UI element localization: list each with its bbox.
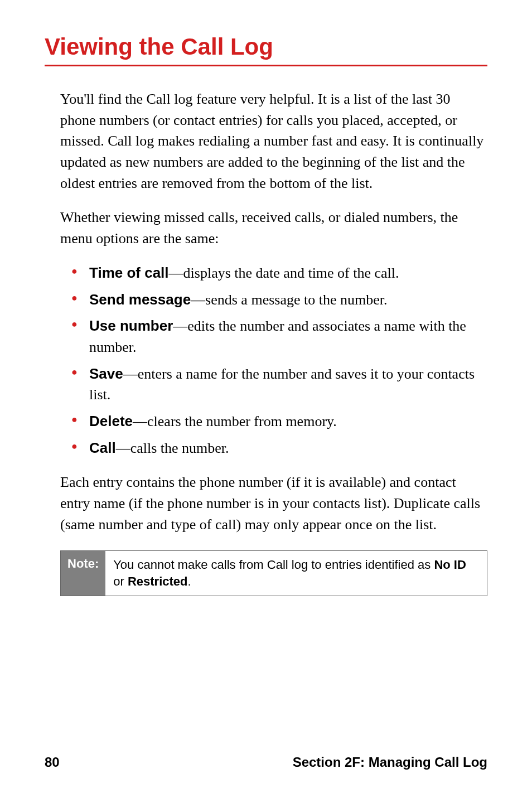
option-desc: —clears the number from memory. [133, 413, 337, 429]
list-item: Time of call—displays the date and time … [71, 263, 487, 284]
option-term: Use number [89, 317, 173, 334]
note-label: Note: [61, 551, 105, 595]
option-desc: —enters a name for the number and saves … [89, 366, 475, 403]
note-mid: or [113, 574, 128, 588]
list-item: Send message—sends a message to the numb… [71, 289, 487, 311]
page-number: 80 [45, 755, 60, 770]
list-item: Save—enters a name for the number and sa… [71, 364, 487, 405]
list-item: Use number—edits the number and associat… [71, 316, 487, 357]
option-term: Save [89, 365, 123, 382]
heading-rule [45, 65, 487, 66]
option-desc: —calls the number. [116, 440, 229, 456]
option-desc: —displays the date and time of the call. [169, 265, 399, 281]
option-term: Delete [89, 413, 133, 429]
option-term: Time of call [89, 264, 169, 281]
page-heading: Viewing the Call Log [45, 33, 487, 60]
list-item: Call—calls the number. [71, 438, 487, 459]
closing-paragraph: Each entry contains the phone number (if… [60, 472, 487, 535]
second-paragraph: Whether viewing missed calls, received c… [60, 207, 487, 249]
note-bold-1: No ID [434, 558, 466, 572]
option-desc: —sends a message to the number. [191, 292, 387, 308]
option-term: Send message [89, 291, 191, 308]
note-bold-2: Restricted [128, 574, 188, 588]
list-item: Delete—clears the number from memory. [71, 411, 487, 432]
option-term: Call [89, 439, 116, 456]
intro-paragraph: You'll find the Call log feature very he… [60, 89, 487, 194]
note-content: You cannot make calls from Call log to e… [105, 551, 487, 595]
page-footer: 80 Section 2F: Managing Call Log [45, 755, 487, 770]
section-label: Section 2F: Managing Call Log [293, 755, 487, 770]
note-suffix: . [188, 574, 191, 588]
note-text-prefix: You cannot make calls from Call log to e… [113, 558, 434, 572]
note-box: Note: You cannot make calls from Call lo… [60, 550, 487, 596]
options-list: Time of call—displays the date and time … [71, 263, 487, 459]
